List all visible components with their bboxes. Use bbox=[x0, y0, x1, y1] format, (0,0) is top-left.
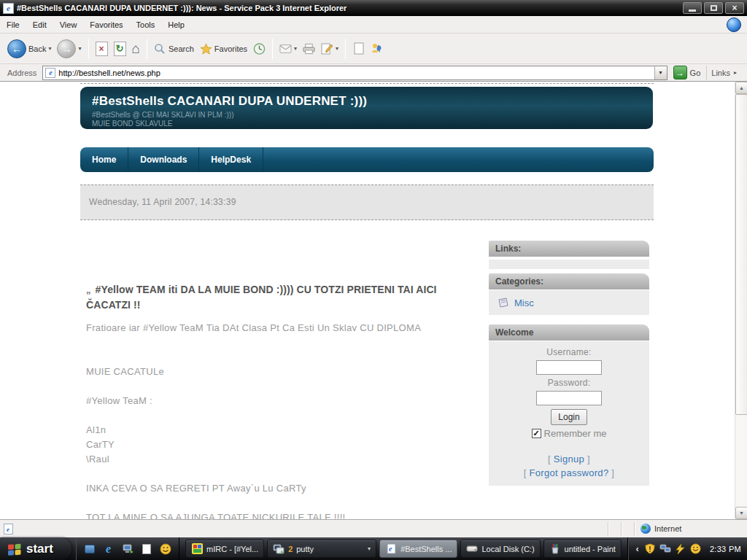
discuss-button[interactable] bbox=[349, 42, 368, 55]
mail-button[interactable]: ▾ bbox=[276, 42, 300, 55]
category-note-icon bbox=[498, 298, 509, 308]
ie-window-icon: e bbox=[3, 3, 14, 14]
favorites-button[interactable]: Favorites bbox=[197, 42, 250, 55]
links-panel-body bbox=[489, 260, 649, 269]
messenger-tray-smiley-icon[interactable] bbox=[690, 543, 702, 555]
network-tray-icon[interactable] bbox=[659, 543, 671, 555]
stop-button[interactable]: × bbox=[93, 42, 111, 56]
close-button[interactable]: × bbox=[725, 2, 744, 14]
remember-me-checkbox[interactable]: ✓ bbox=[532, 429, 541, 438]
signup-link[interactable]: Signup bbox=[554, 454, 584, 464]
search-label: Search bbox=[169, 44, 194, 53]
taskbar-button-paint[interactable]: untitled - Paint bbox=[543, 540, 622, 558]
toolbar-separator bbox=[345, 39, 346, 59]
menu-tools[interactable]: Tools bbox=[130, 18, 162, 32]
article-line: CarTY bbox=[86, 438, 481, 452]
menu-favorites[interactable]: Favorites bbox=[83, 18, 129, 32]
favorites-label: Favorites bbox=[214, 44, 247, 53]
nav-tab-home[interactable]: Home bbox=[80, 147, 128, 172]
categories-panel-body: Misc bbox=[489, 290, 649, 315]
security-shield-icon[interactable] bbox=[644, 543, 656, 555]
messenger-smiley-icon[interactable] bbox=[159, 542, 171, 555]
menu-view[interactable]: View bbox=[53, 18, 84, 32]
forward-button[interactable]: → ▾ bbox=[54, 39, 84, 58]
taskbar-button-label: #BestShells ... bbox=[400, 545, 452, 553]
password-field[interactable] bbox=[536, 391, 602, 405]
bracket: ] bbox=[611, 467, 614, 478]
edit-dropdown-icon[interactable]: ▾ bbox=[336, 45, 338, 52]
password-label: Password: bbox=[489, 378, 649, 389]
disk-drive-icon bbox=[466, 543, 478, 555]
tray-chevron-icon[interactable]: ‹ bbox=[636, 543, 639, 554]
document-icon[interactable] bbox=[140, 542, 152, 555]
scroll-up-button[interactable]: ▲ bbox=[735, 82, 747, 94]
group-dropdown-icon[interactable]: ▾ bbox=[368, 545, 371, 552]
article-heading-text: #Yellow TEAM iti DA LA MUIE BOND :)))) C… bbox=[86, 284, 437, 311]
mail-dropdown-icon[interactable]: ▾ bbox=[294, 45, 297, 52]
links-toolbar[interactable]: Links ▸ bbox=[706, 66, 744, 80]
putty-group-count: 2 bbox=[288, 545, 293, 553]
minimize-button[interactable] bbox=[683, 2, 702, 14]
taskbar-button-bestshells[interactable]: e #BestShells ... bbox=[379, 540, 457, 558]
page-favicon: e bbox=[45, 68, 55, 78]
article-line: MUIE CACATULe bbox=[86, 365, 481, 379]
taskbar-button-putty-group[interactable]: 2 putty ▾ bbox=[267, 540, 376, 558]
toolbar-separator bbox=[88, 39, 89, 59]
edit-button[interactable]: ▾ bbox=[318, 42, 341, 55]
username-field[interactable] bbox=[536, 360, 602, 375]
refresh-button[interactable]: ↻ bbox=[111, 42, 129, 56]
print-button[interactable] bbox=[300, 42, 318, 55]
status-panel bbox=[621, 522, 634, 536]
ie-brand-logo bbox=[727, 18, 741, 32]
home-button[interactable]: ⌂ bbox=[129, 42, 143, 56]
windows-flag-icon bbox=[7, 542, 22, 556]
internet-explorer-icon[interactable]: e bbox=[102, 542, 115, 555]
restore-button[interactable] bbox=[704, 2, 723, 14]
address-dropdown-button[interactable]: ▾ bbox=[654, 66, 667, 79]
scrollbar-thumb[interactable] bbox=[735, 94, 747, 415]
nav-tab-helpdesk[interactable]: HelpDesk bbox=[199, 147, 263, 172]
taskbar-button-label: Local Disk (C:) bbox=[481, 545, 534, 553]
status-message-panel bbox=[16, 522, 608, 536]
back-dropdown-icon[interactable]: ▾ bbox=[48, 45, 51, 52]
category-misc-link[interactable]: Misc bbox=[514, 298, 534, 308]
show-desktop-icon[interactable] bbox=[83, 542, 96, 555]
taskbar-button-label: untitled - Paint bbox=[565, 545, 616, 553]
site-tagline-2: MUIE BOND SKLAVULE bbox=[92, 120, 653, 128]
welcome-panel-header: Welcome bbox=[489, 324, 649, 341]
vertical-scrollbar[interactable]: ▲ ▼ bbox=[735, 82, 747, 519]
forgot-password-link[interactable]: Forgot password? bbox=[530, 467, 609, 478]
dashed-divider bbox=[80, 83, 654, 84]
go-button[interactable]: → Go bbox=[667, 66, 707, 79]
login-button[interactable]: Login bbox=[551, 409, 587, 425]
article-line: Fratioare iar #Yellow TeaM Tia DAt Clasa… bbox=[86, 321, 481, 335]
scroll-down-button[interactable]: ▼ bbox=[735, 507, 747, 519]
status-panel bbox=[608, 522, 621, 536]
article-content: „#Yellow TEAM iti DA LA MUIE BOND :)))) … bbox=[73, 237, 481, 519]
forward-icon: → bbox=[57, 39, 76, 58]
nav-tab-downloads[interactable]: Downloads bbox=[128, 147, 199, 172]
taskbar-button-local-disk[interactable]: Local Disk (C:) bbox=[460, 540, 540, 558]
taskbar-button-mirc[interactable]: mIRC - [#Yel... bbox=[185, 540, 264, 558]
taskbar-button-label: putty bbox=[296, 545, 314, 553]
site-header: #BestShells CACANARI DUPA UNDERNET :))) … bbox=[80, 87, 653, 129]
site-title: #BestShells CACANARI DUPA UNDERNET :))) bbox=[92, 94, 653, 109]
menu-edit[interactable]: Edit bbox=[26, 18, 53, 32]
links-expand-icon[interactable]: ▸ bbox=[734, 69, 737, 76]
back-button[interactable]: ← Back ▾ bbox=[4, 39, 54, 58]
script-bolt-icon[interactable] bbox=[675, 543, 686, 555]
menu-help[interactable]: Help bbox=[161, 18, 191, 32]
edit-pencil-icon bbox=[321, 42, 333, 55]
start-button[interactable]: start bbox=[0, 537, 71, 560]
messenger-button[interactable] bbox=[368, 42, 386, 55]
menu-file[interactable]: File bbox=[0, 18, 26, 32]
history-button[interactable] bbox=[250, 42, 268, 55]
remote-desktop-icon[interactable] bbox=[121, 542, 133, 555]
login-form: Username: Password: Login ✓ Remember me … bbox=[489, 341, 649, 486]
taskbar-clock[interactable]: 2:33 PM bbox=[710, 545, 741, 553]
address-input[interactable]: e http://bestshell.net/news.php ▾ bbox=[42, 66, 667, 80]
search-button[interactable]: Search bbox=[151, 42, 197, 55]
internet-zone-icon bbox=[640, 524, 651, 534]
forward-dropdown-icon[interactable]: ▾ bbox=[78, 45, 81, 52]
refresh-icon: ↻ bbox=[114, 42, 126, 56]
